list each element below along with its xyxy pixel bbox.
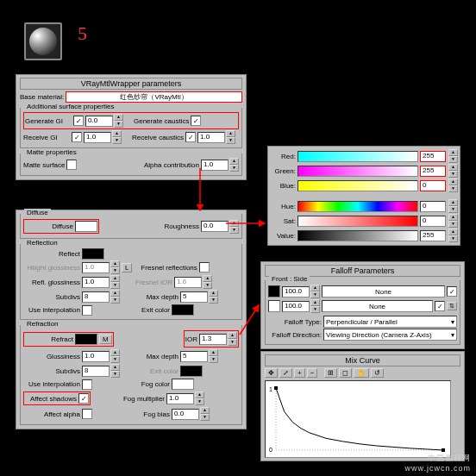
receive-caustics-label: Receive caustics (132, 134, 184, 141)
hue-value[interactable]: 0 (420, 201, 446, 212)
blue-value[interactable]: 0 (420, 180, 446, 191)
affect-shadows-label: Affect shadows (25, 395, 77, 403)
fog-mult-value[interactable]: 1.0 (166, 393, 194, 404)
value-value[interactable]: 255 (420, 230, 446, 241)
curve-reset-icon[interactable]: ↺ (371, 368, 384, 378)
ior-value[interactable]: 1.3 (199, 334, 227, 345)
refr-interp-check[interactable] (82, 379, 92, 390)
refr-interp-label: Use interpolation (23, 380, 80, 388)
refraction-group-title: Refraction (24, 320, 60, 328)
diffuse-group-title: Diffuse (24, 209, 51, 216)
green-label: Green: (270, 167, 296, 175)
reflection-group-title: Reflection (24, 239, 60, 247)
curve-point-start[interactable] (274, 386, 278, 390)
affect-shadows-check[interactable]: ✓ (78, 393, 89, 404)
sat-slider[interactable] (298, 216, 418, 227)
refract-swatch[interactable] (75, 334, 97, 345)
value-slider[interactable] (298, 230, 418, 241)
reflect-label: Reflect (23, 250, 80, 258)
matte-surface-check[interactable] (66, 160, 77, 170)
falloff-val1[interactable]: 100.0 (282, 286, 310, 298)
diffuse-label: Diffuse (25, 222, 73, 230)
value-label: Value: (270, 232, 296, 240)
reflect-swatch[interactable] (82, 248, 104, 260)
refl-interp-check[interactable] (82, 305, 92, 316)
refr-gloss-value[interactable]: 1.0 (82, 351, 110, 362)
front-side-title: Front : Side (269, 275, 310, 283)
roughness-label: Roughness (165, 222, 199, 230)
falloff-map2-check[interactable]: ✓ (435, 301, 445, 311)
fresnel-ior-label: Fresnel IOR (135, 279, 172, 286)
falloff-type-dropdown[interactable]: Perpendicular / Parallel▾ (323, 316, 457, 328)
hue-slider[interactable] (298, 201, 418, 212)
green-value[interactable]: 255 (420, 166, 446, 177)
chevron-down-icon: ▾ (451, 318, 454, 326)
alpha-contrib-label: Alpha contribution (144, 161, 199, 169)
falloff-map1-check[interactable]: ✓ (447, 286, 457, 297)
generate-gi-value[interactable]: 0.0 (85, 116, 113, 127)
refl-maxdepth-label: Max depth (135, 293, 178, 301)
blue-slider[interactable] (298, 180, 418, 191)
falloff-swatch-1[interactable] (268, 285, 280, 298)
curve-pan-icon[interactable]: ✋ (354, 368, 369, 378)
watermark: 中国教程网www.jcwcn.com (404, 453, 471, 473)
falloff-map2[interactable]: None (322, 300, 433, 312)
refl-exit-swatch[interactable] (172, 304, 194, 316)
base-material-slot[interactable]: 红色纱帘（VRayMtl） (66, 91, 242, 103)
svg-text:1: 1 (269, 386, 272, 392)
material-preview-sphere (24, 22, 62, 60)
refr-maxdepth-label: Max depth (135, 353, 178, 360)
red-slider[interactable] (298, 151, 418, 162)
hilight-gloss-value: 1.0 (82, 262, 110, 273)
curve-scale-icon[interactable]: ⤢ (279, 368, 292, 378)
ior-label: IOR (185, 335, 197, 343)
refr-maxdepth-value[interactable]: 5 (180, 351, 208, 362)
curve-zoom-icon[interactable]: ⊞ (324, 368, 337, 378)
green-slider[interactable] (298, 166, 418, 177)
curve-fit-icon[interactable]: ◻ (339, 368, 352, 378)
hue-label: Hue: (270, 203, 296, 210)
affect-alpha-check[interactable] (82, 409, 92, 419)
red-value[interactable]: 255 (420, 151, 446, 162)
curve-del-icon[interactable]: − (307, 368, 318, 378)
generate-caustics-check[interactable]: ✓ (191, 116, 201, 126)
spinner-up-icon[interactable]: ▲ (114, 114, 123, 121)
curve-add-icon[interactable]: + (294, 368, 305, 378)
swap-icon[interactable]: ⇅ (447, 302, 457, 310)
falloff-swatch-2[interactable] (268, 300, 280, 312)
mixcurve-panel: Mix Curve ✥ ⤢ + − ⊞ ◻ ✋ ↺ 1 0 (260, 351, 465, 461)
fog-bias-value[interactable]: 0.0 (172, 409, 199, 420)
fresnel-check[interactable] (199, 262, 210, 272)
mix-curve-graph[interactable]: 1 0 (265, 380, 451, 458)
spinner-down-icon[interactable]: ▼ (114, 121, 123, 128)
receive-caustics-check[interactable]: ✓ (185, 132, 196, 142)
refl-exit-label: Exit color (127, 306, 170, 314)
refr-exit-swatch[interactable] (180, 366, 203, 377)
receive-gi-value[interactable]: 1.0 (84, 132, 111, 143)
refl-interp-label: Use interpolation (23, 306, 80, 314)
matte-surface-label: Matte surface (23, 161, 65, 169)
falloff-type-label: Falloff Type: (268, 318, 322, 326)
generate-gi-check[interactable]: ✓ (73, 116, 84, 126)
sat-value[interactable]: 0 (420, 216, 446, 227)
curve-move-icon[interactable]: ✥ (265, 368, 278, 378)
hilight-gloss-label: Hilight glossiness (23, 264, 80, 272)
diffuse-swatch[interactable] (75, 221, 97, 232)
refract-map-button[interactable]: M (99, 335, 112, 344)
receive-caustics-value[interactable]: 1.0 (197, 132, 225, 143)
fog-color-swatch[interactable] (172, 379, 194, 390)
falloff-dir-dropdown[interactable]: Viewing Direction (Camera Z-Axis)▾ (323, 329, 457, 341)
refr-subdivs-value[interactable]: 8 (82, 366, 110, 377)
blue-label: Blue: (270, 182, 296, 190)
refl-subdivs-value[interactable]: 8 (82, 291, 110, 303)
refl-gloss-value[interactable]: 1.0 (82, 277, 110, 288)
falloff-map1[interactable]: None (322, 285, 445, 298)
roughness-value[interactable]: 0.0 (201, 221, 229, 232)
falloff-val2[interactable]: 100.0 (282, 301, 310, 312)
alpha-contrib-value[interactable]: 1.0 (201, 160, 229, 171)
curve-point-end[interactable] (442, 448, 445, 452)
receive-gi-check[interactable]: ✓ (72, 132, 82, 142)
refract-label: Refract (25, 335, 73, 343)
refl-maxdepth-value[interactable]: 5 (180, 291, 208, 303)
hilight-lock-button[interactable]: L (122, 263, 132, 272)
